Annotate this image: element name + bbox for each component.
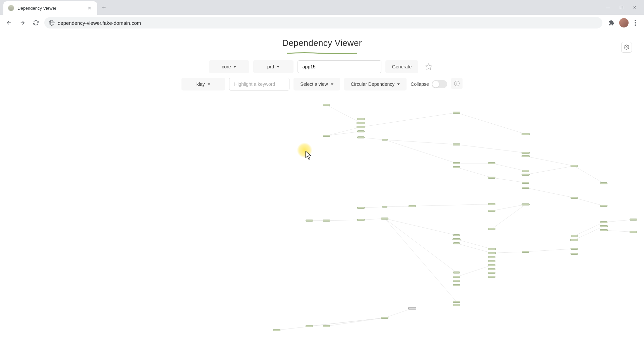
graph-node[interactable] [488, 264, 495, 266]
nav-back-button[interactable] [4, 18, 14, 28]
graph-node[interactable] [522, 170, 529, 172]
graph-node[interactable] [357, 207, 365, 209]
graph-node[interactable] [600, 182, 607, 184]
graph-node[interactable] [453, 112, 460, 114]
graph-node[interactable] [488, 256, 495, 258]
window-close-icon[interactable]: ✕ [633, 5, 637, 10]
graph-node[interactable] [357, 219, 365, 221]
graph-node[interactable] [571, 253, 578, 255]
graph-node[interactable] [600, 221, 607, 223]
url-text: dependency-viewer.fake-domain.com [58, 20, 141, 26]
graph-node[interactable] [488, 268, 495, 270]
graph-node[interactable] [306, 325, 313, 327]
graph-node[interactable] [452, 238, 461, 240]
layout-dropdown[interactable]: klay [181, 78, 225, 90]
graph-node[interactable] [600, 225, 608, 227]
graph-node[interactable] [381, 218, 388, 220]
dependency-graph-canvas[interactable] [0, 94, 644, 349]
graph-node[interactable] [408, 307, 416, 310]
generate-button[interactable]: Generate [385, 60, 418, 73]
collapse-toggle[interactable] [432, 80, 447, 88]
env-dropdown[interactable]: prd [253, 60, 293, 73]
graph-node[interactable] [570, 239, 578, 241]
graph-node[interactable] [357, 136, 365, 138]
info-button[interactable]: i [451, 78, 463, 89]
graph-node[interactable] [409, 205, 416, 207]
graph-node[interactable] [522, 174, 530, 176]
graph-node[interactable] [453, 276, 460, 278]
graph-node[interactable] [273, 329, 280, 331]
graph-node[interactable] [323, 104, 330, 106]
graph-node[interactable] [488, 248, 496, 250]
avatar[interactable] [619, 18, 629, 27]
graph-node[interactable] [453, 242, 460, 244]
new-tab-button[interactable]: + [97, 4, 111, 11]
view-dropdown[interactable]: Select a view [293, 78, 340, 90]
tab-close-icon[interactable]: ✕ [87, 5, 93, 11]
graph-node[interactable] [488, 203, 495, 205]
graph-node[interactable] [453, 304, 460, 306]
graph-node[interactable] [323, 135, 330, 137]
graph-node[interactable] [453, 166, 460, 168]
graph-node[interactable] [488, 162, 495, 164]
graph-node[interactable] [522, 251, 529, 253]
graph-node[interactable] [382, 206, 387, 208]
graph-node[interactable] [522, 152, 530, 154]
graph-node[interactable] [600, 229, 608, 231]
graph-node[interactable] [453, 284, 460, 286]
graph-node[interactable] [522, 203, 530, 205]
graph-node[interactable] [453, 234, 460, 236]
graph-node[interactable] [357, 122, 365, 124]
extensions-icon[interactable] [608, 20, 614, 26]
graph-node[interactable] [357, 130, 365, 132]
favorite-button[interactable] [422, 60, 435, 73]
browser-tab[interactable]: Dependency Viewer ✕ [3, 1, 97, 15]
highlight-input[interactable] [229, 78, 289, 90]
graph-node[interactable] [323, 325, 330, 327]
graph-node[interactable] [571, 197, 578, 199]
chevron-down-icon [208, 83, 210, 85]
window-minimize-icon[interactable]: — [606, 5, 610, 10]
graph-node[interactable] [453, 272, 460, 274]
graph-node[interactable] [453, 280, 460, 282]
graph-node[interactable] [306, 220, 313, 222]
graph-node[interactable] [453, 143, 460, 145]
graph-node[interactable] [522, 187, 529, 189]
browser-menu-icon[interactable] [633, 18, 637, 27]
graph-node[interactable] [488, 177, 495, 179]
graph-node[interactable] [323, 220, 330, 222]
graph-node[interactable] [382, 139, 388, 141]
graph-node[interactable] [571, 235, 578, 237]
graph-node[interactable] [453, 301, 460, 303]
graph-node[interactable] [630, 219, 637, 221]
graph-node[interactable] [522, 155, 530, 157]
window-maximize-icon[interactable]: ☐ [620, 5, 624, 10]
graph-node[interactable] [488, 228, 495, 230]
graph-node[interactable] [357, 118, 365, 120]
nav-forward-button[interactable] [17, 18, 28, 28]
chevron-down-icon [331, 83, 333, 85]
graph-node[interactable] [522, 182, 529, 184]
project-dropdown[interactable]: core [209, 60, 249, 73]
graph-node[interactable] [630, 231, 637, 233]
graph-node[interactable] [522, 133, 530, 135]
graph-node[interactable] [488, 276, 495, 278]
nav-reload-button[interactable] [31, 18, 41, 28]
graph-node[interactable] [571, 248, 578, 250]
circular-dependency-dropdown[interactable]: Circular Dependency [344, 78, 407, 90]
graph-node[interactable] [488, 252, 496, 254]
url-bar[interactable]: dependency-viewer.fake-domain.com [44, 17, 602, 28]
graph-node[interactable] [357, 126, 365, 128]
graph-node[interactable] [488, 272, 495, 274]
page-title: Dependency Viewer [282, 38, 362, 48]
project-dropdown-label: core [222, 64, 231, 69]
svg-line-33 [492, 204, 525, 229]
graph-node[interactable] [571, 165, 578, 167]
graph-node[interactable] [488, 260, 495, 262]
settings-button[interactable] [621, 42, 632, 53]
graph-node[interactable] [488, 210, 495, 212]
graph-node[interactable] [453, 162, 460, 164]
app-name-input[interactable] [298, 60, 381, 73]
graph-node[interactable] [381, 317, 388, 319]
graph-node[interactable] [600, 205, 607, 207]
